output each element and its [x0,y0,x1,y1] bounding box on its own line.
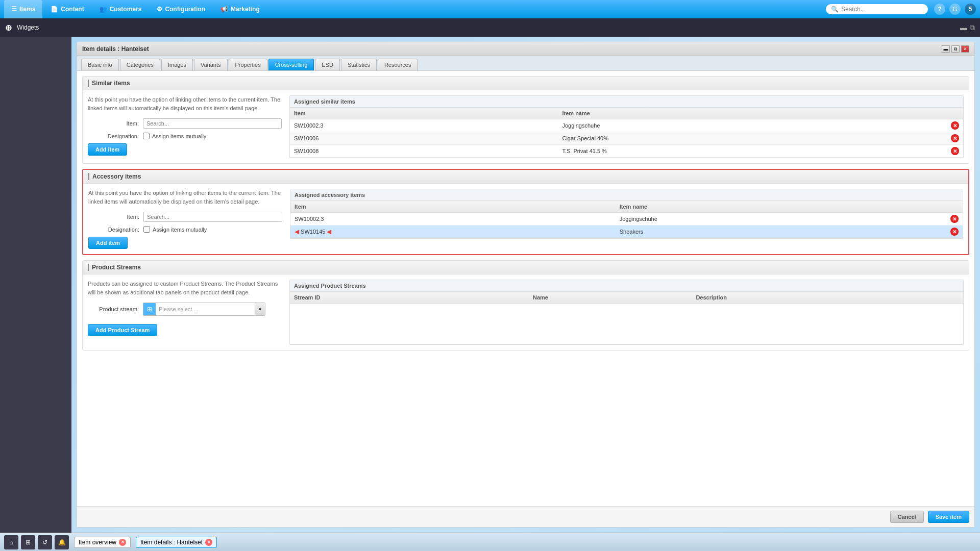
taskbar-tab-item-details-close[interactable]: ✕ [205,539,212,546]
nav-content[interactable]: 📄 Content [43,0,91,18]
item-window-header: Item details : Hantelset ▬ ⧉ ✕ [77,42,974,56]
table-row[interactable]: SW10006 Cigar Special 40% ✕ [290,132,963,145]
stream-select-arrow[interactable]: ▼ [255,303,265,315]
nav-right-controls: ? G 5 [934,4,976,15]
help-icon[interactable]: ? [934,4,945,15]
tab-categories[interactable]: Categories [120,59,160,70]
widgets-label: Widgets [17,24,39,31]
accessory-assign-mutually-label: Assign items mutually [153,227,207,233]
accessory-row-1-name: Joggingschuhe [616,213,946,226]
accessory-row-1-item: SW10002.3 [290,213,616,226]
taskbar-tab-item-details[interactable]: Item details : Hantelset ✕ [136,537,217,548]
table-row[interactable]: SW10002.3 Joggingschuhe ✕ [290,119,963,132]
taskbar-home-icon[interactable]: ⌂ [4,535,18,549]
stream-select-icon: ⊞ [143,303,156,315]
tab-images[interactable]: Images [161,59,193,70]
similar-delete-3-button[interactable]: ✕ [951,147,959,155]
similar-col-name: Item name [558,108,947,119]
taskbar-apps-icon[interactable]: ⊞ [21,535,35,549]
taskbar-tab-item-overview-close[interactable]: ✕ [119,539,126,546]
similar-item-search[interactable] [143,118,282,129]
accessory-delete-1-button[interactable]: ✕ [950,215,959,223]
accessory-item-search[interactable] [143,212,282,222]
taskbar-refresh-icon[interactable]: ↺ [38,535,52,549]
minimize-widget-icon[interactable]: ▬ [960,23,967,32]
widgets-bar: ⊕ Widgets ▬ ⧉ [0,18,980,37]
taskbar-tab-item-overview[interactable]: Item overview ✕ [74,537,131,548]
nav-customers[interactable]: 👥 Customers [92,0,149,18]
save-item-button[interactable]: Save item [928,511,969,523]
taskbar-bell-icon[interactable]: 🔔 [55,535,69,549]
similar-assign-mutually-checkbox[interactable] [143,133,150,139]
accessory-item-label: Item: [88,214,139,220]
accessory-add-item-button[interactable]: Add item [88,237,128,249]
nav-items[interactable]: ☰ Items [4,0,42,18]
window-content: Similar items At this point you have the… [77,71,974,506]
similar-items-title: Similar items [92,80,130,87]
similar-row-2-name: Cigar Special 40% [558,132,947,145]
similar-col-item: Item [290,108,558,119]
nav-configuration[interactable]: ⚙ Configuration [150,0,212,18]
accessory-delete-2-button[interactable]: ✕ [950,228,959,236]
accessory-designation-label: Designation: [88,227,139,233]
similar-delete-2-button[interactable]: ✕ [951,134,959,142]
content-panel: Item details : Hantelset ▬ ⧉ ✕ Basic inf… [71,37,980,533]
assigned-accessory-table-container: Assigned accessory items Item Item name [290,189,963,239]
add-widget-icon[interactable]: ⊕ [5,23,12,33]
global-search[interactable]: 🔍 [826,4,928,14]
accessory-items-header: Accessory items [83,170,968,184]
tab-basic-info[interactable]: Basic info [81,59,119,70]
accessory-col-name: Item name [616,201,946,213]
restore-widget-icon[interactable]: ⧉ [970,23,975,32]
cancel-button[interactable]: Cancel [890,511,924,523]
table-row[interactable]: ◀ SW10145 ◀ Sneakers ✕ [290,226,963,238]
search-input[interactable] [841,6,923,13]
similar-designation-label: Designation: [88,133,139,139]
product-streams-table-body [290,304,963,344]
similar-items-right: Assigned similar items Item Item name [289,95,964,158]
empty-streams-cell [290,304,963,344]
nav-marketing[interactable]: 📢 Marketing [213,0,267,18]
similar-row-1-name: Joggingschuhe [558,119,947,132]
similar-delete-1-button[interactable]: ✕ [951,121,959,130]
table-row[interactable]: SW10008 T.S. Privat 41.5 % ✕ [290,145,963,158]
tab-statistics[interactable]: Statistics [341,59,377,70]
assigned-similar-header: Assigned similar items [290,96,963,108]
item-window-title: Item details : Hantelset [82,45,149,53]
similar-assign-mutually-row: Assign items mutually [143,133,206,139]
similar-items-left: At this point you have the option of lin… [88,95,282,158]
similar-row-3-item: SW10008 [290,145,558,158]
product-streams-table: Stream ID Name Description [290,292,963,344]
top-navigation: ☰ Items 📄 Content 👥 Customers ⚙ Configur… [0,0,980,18]
user-icon[interactable]: G [949,4,961,15]
tab-esd[interactable]: ESD [315,59,340,70]
assigned-streams-table-container: Assigned Product Streams Stream ID Name … [289,280,964,345]
accessory-row-1-delete-cell: ✕ [946,213,963,226]
stream-col-id: Stream ID [290,292,529,304]
minimize-window-button[interactable]: ▬ [942,45,950,53]
section-line [88,173,89,180]
add-product-stream-button[interactable]: Add Product Stream [88,324,157,336]
accessory-assign-mutually-checkbox[interactable] [143,226,150,233]
product-streams-section: Product Streams Products can be assigned… [82,260,969,350]
accessory-col-item: Item [290,201,616,213]
tab-properties[interactable]: Properties [229,59,267,70]
tab-resources[interactable]: Resources [378,59,418,70]
similar-items-description: At this point you have the option of lin… [88,95,282,112]
items-icon: ☰ [11,6,17,13]
accessory-item-row: Item: [88,212,282,222]
similar-row-3-name: T.S. Privat 41.5 % [558,145,947,158]
similar-add-item-button[interactable]: Add item [88,143,127,156]
restore-window-button[interactable]: ⧉ [951,45,960,53]
accessory-items-table-body: SW10002.3 Joggingschuhe ✕ [290,213,963,238]
table-row[interactable]: SW10002.3 Joggingschuhe ✕ [290,213,963,226]
product-stream-select[interactable]: ⊞ Please select ... ▼ [143,303,265,316]
tab-variants[interactable]: Variants [194,59,228,70]
close-window-button[interactable]: ✕ [961,45,969,53]
accessory-items-table: Item Item name SW10002.3 Joggin [290,201,963,238]
similar-row-1-item: SW10002.3 [290,119,558,132]
assigned-streams-header: Assigned Product Streams [290,280,963,292]
accessory-row-2-delete-cell: ✕ [946,226,963,238]
similar-row-2-item: SW10006 [290,132,558,145]
tab-cross-selling[interactable]: Cross-selling [268,59,314,70]
